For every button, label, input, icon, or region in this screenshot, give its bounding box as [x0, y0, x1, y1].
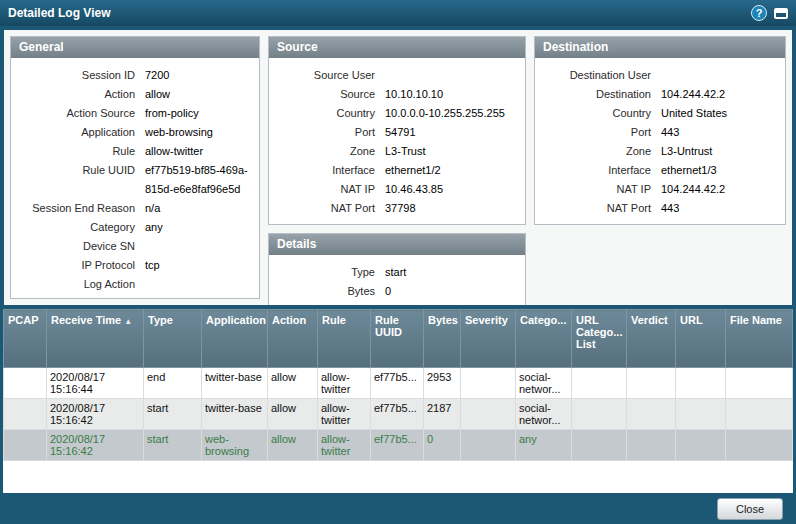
field-label: IP Protocol: [17, 256, 145, 275]
table-row[interactable]: 2020/08/17 15:16:44 end twitter-base all…: [4, 368, 793, 399]
field-value: [145, 237, 253, 256]
details-panel: Details Typestart Bytes0: [268, 233, 526, 305]
field-value: United States: [661, 104, 779, 123]
field-row-category: Categoryany: [17, 218, 253, 237]
col-header-verdict[interactable]: Verdict: [627, 310, 676, 368]
field-value: from-policy: [145, 104, 253, 123]
cell-severity: [461, 430, 516, 461]
cell-file-name: [726, 430, 793, 461]
cell-rule: allow-twitter: [318, 399, 371, 430]
general-column: General Session ID7200 Actionallow Actio…: [10, 36, 260, 299]
close-button[interactable]: Close: [717, 498, 783, 520]
field-row-source: Source10.10.10.10: [275, 85, 519, 104]
field-value: 0: [385, 282, 519, 301]
field-row-source-zone: ZoneL3-Trust: [275, 142, 519, 161]
cell-url: [676, 399, 726, 430]
field-label: Interface: [275, 161, 385, 180]
col-header-severity[interactable]: Severity: [461, 310, 516, 368]
field-value: any: [145, 218, 253, 237]
field-label: Action Source: [17, 104, 145, 123]
table-row[interactable]: 2020/08/17 15:16:42 start twitter-base a…: [4, 399, 793, 430]
col-header-application[interactable]: Application: [202, 310, 268, 368]
cell-file-name: [726, 368, 793, 399]
field-value: 10.0.0.0-10.255.255.255: [385, 104, 519, 123]
cell-bytes: 2953: [424, 368, 461, 399]
details-fields: Typestart Bytes0: [269, 255, 525, 305]
field-value: n/a: [145, 199, 253, 218]
field-value: [145, 275, 253, 294]
cell-receive-time: 2020/08/17 15:16:42: [47, 399, 144, 430]
cell-category: any: [516, 430, 572, 461]
detailed-log-view-dialog: Detailed Log View ? General Session ID72…: [0, 0, 796, 524]
field-row-source-interface: Interfaceethernet1/2: [275, 161, 519, 180]
cell-action: allow: [268, 368, 318, 399]
col-header-pcap[interactable]: PCAP: [4, 310, 47, 368]
field-value: L3-Trust: [385, 142, 519, 161]
field-value: 54791: [385, 123, 519, 142]
field-label: Source: [275, 85, 385, 104]
field-row-source-nat-ip: NAT IP10.46.43.85: [275, 180, 519, 199]
general-panel-header: General: [11, 37, 259, 58]
field-label: Session End Reason: [17, 199, 145, 218]
cell-file-name: [726, 399, 793, 430]
col-header-file-name[interactable]: File Name: [726, 310, 793, 368]
cell-pcap: [4, 368, 47, 399]
general-fields: Session ID7200 Actionallow Action Source…: [11, 58, 259, 299]
cell-url: [676, 368, 726, 399]
field-label: Generated Time: [17, 294, 145, 299]
cell-action: allow: [268, 430, 318, 461]
field-value: 37798: [385, 199, 519, 218]
field-label: Country: [275, 104, 385, 123]
col-header-label: URL: [680, 314, 703, 326]
field-label: NAT IP: [541, 180, 661, 199]
col-header-rule[interactable]: Rule: [318, 310, 371, 368]
field-row-destination: Destination104.244.42.2: [541, 85, 779, 104]
field-label: Log Action: [17, 275, 145, 294]
cell-rule-uuid: ef77b5...: [371, 430, 424, 461]
help-icon[interactable]: ?: [751, 5, 767, 21]
col-header-action[interactable]: Action: [268, 310, 318, 368]
field-label: Device SN: [17, 237, 145, 256]
field-label: Application: [17, 123, 145, 142]
field-label: Category: [17, 218, 145, 237]
cell-category: social-networ...: [516, 399, 572, 430]
col-header-url[interactable]: URL: [676, 310, 726, 368]
popout-window-icon[interactable]: [774, 8, 788, 19]
col-header-rule-uuid[interactable]: Rule UUID: [371, 310, 424, 368]
field-row-dest-nat-ip: NAT IP104.244.42.2: [541, 180, 779, 199]
col-header-label: Catego...: [520, 314, 566, 326]
field-label: Rule UUID: [17, 161, 145, 199]
field-row-type: Typestart: [275, 263, 519, 282]
table-header-row: PCAP Receive Time▲ Type Application Acti…: [4, 310, 793, 368]
cell-receive-time: 2020/08/17 15:16:42: [47, 430, 144, 461]
field-row-dest-zone: ZoneL3-Untrust: [541, 142, 779, 161]
field-value: ethernet1/3: [661, 161, 779, 180]
table-row-selected[interactable]: 2020/08/17 15:16:42 start web-browsing a…: [4, 430, 793, 461]
field-row-application: Applicationweb-browsing: [17, 123, 253, 142]
col-header-label: Type: [148, 314, 173, 326]
col-header-label: Rule UUID: [375, 314, 402, 338]
field-label: Session ID: [17, 66, 145, 85]
footer-bar: Close: [0, 493, 796, 524]
col-header-receive-time[interactable]: Receive Time▲: [47, 310, 144, 368]
col-header-label: File Name: [730, 314, 782, 326]
field-row-session-end-reason: Session End Reasonn/a: [17, 199, 253, 218]
col-header-category[interactable]: Catego...: [516, 310, 572, 368]
field-value: 443: [661, 123, 779, 142]
col-header-label: Application: [206, 314, 266, 326]
cell-verdict: [627, 399, 676, 430]
cell-url-category-list: [572, 399, 627, 430]
field-row-rule-uuid: Rule UUIDef77b519-bf85-469a-815d-e6e8faf…: [17, 161, 253, 199]
details-panel-header: Details: [269, 234, 525, 255]
cell-url: [676, 430, 726, 461]
field-row-bytes: Bytes0: [275, 282, 519, 301]
field-label: Rule: [17, 142, 145, 161]
col-header-label: PCAP: [8, 314, 39, 326]
log-table: PCAP Receive Time▲ Type Application Acti…: [3, 309, 793, 461]
destination-panel-header: Destination: [535, 37, 785, 58]
detail-panels-area: General Session ID7200 Actionallow Actio…: [4, 30, 792, 305]
col-header-type[interactable]: Type: [144, 310, 202, 368]
col-header-bytes[interactable]: Bytes: [424, 310, 461, 368]
cell-rule-uuid: ef77b5...: [371, 399, 424, 430]
col-header-url-category-list[interactable]: URL Catego... List: [572, 310, 627, 368]
